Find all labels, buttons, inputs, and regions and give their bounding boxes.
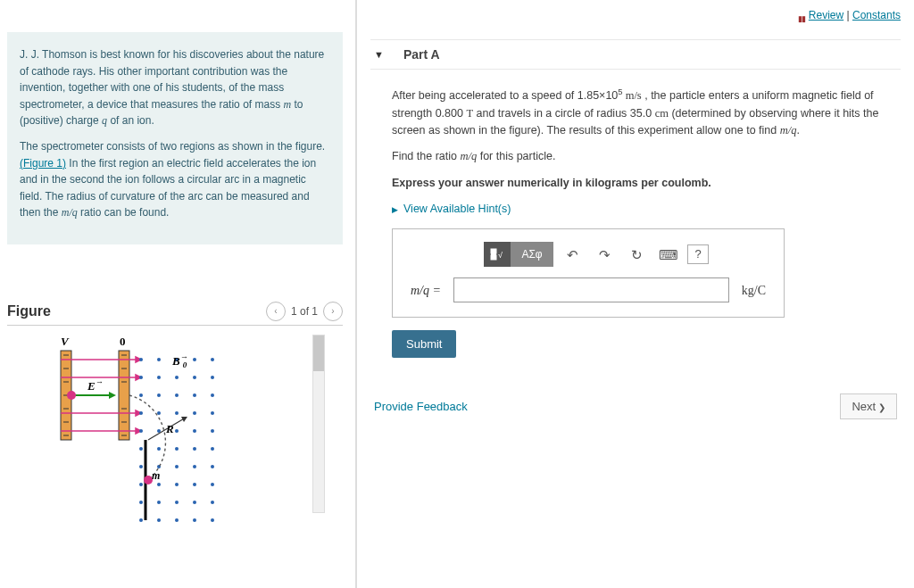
svg-point-53 [175, 447, 179, 451]
answer-instruction: Express your answer numerically in kilog… [392, 175, 879, 192]
hints-toggle[interactable]: View Available Hint(s) [392, 203, 511, 215]
problem-text: . [796, 124, 799, 137]
answer-input[interactable] [453, 277, 729, 302]
svg-point-61 [139, 483, 143, 486]
svg-point-67 [157, 501, 161, 504]
svg-point-46 [139, 429, 143, 433]
right-panel: Review | Constants ▼ Part A After being … [357, 0, 914, 588]
templates-button[interactable]: √ [484, 242, 511, 267]
svg-point-59 [193, 465, 196, 468]
answer-box: √ ΑΣφ ↶ ↷ ↻ ⌨ ? m/q = kg/C [392, 228, 785, 318]
link-separator: | [843, 9, 852, 21]
review-link[interactable]: Review [809, 9, 843, 21]
svg-point-66 [139, 501, 143, 504]
answer-line: m/q = kg/C [405, 277, 771, 302]
svg-point-50 [211, 429, 214, 433]
svg-point-58 [175, 465, 179, 468]
unit-cm: cm [655, 107, 669, 120]
svg-marker-24 [109, 392, 116, 399]
pager-next-button[interactable]: › [323, 302, 343, 321]
greek-button[interactable]: ΑΣφ [511, 242, 553, 267]
provide-feedback-link[interactable]: Provide Feedback [374, 400, 468, 413]
svg-point-31 [139, 376, 143, 379]
problem-text: Find the ratio [392, 150, 460, 162]
fraction-icon: √ [490, 248, 504, 261]
svg-point-33 [175, 376, 179, 379]
svg-point-44 [193, 411, 196, 415]
svg-point-73 [175, 518, 179, 522]
svg-point-70 [211, 501, 214, 504]
part-header[interactable]: ▼ Part A [370, 39, 901, 70]
answer-toolbar: √ ΑΣφ ↶ ↷ ↻ ⌨ ? [484, 242, 771, 267]
svg-point-52 [157, 447, 161, 451]
svg-point-69 [193, 501, 196, 504]
svg-point-72 [157, 518, 161, 522]
mq-ratio: m/q [460, 150, 477, 162]
svg-rect-80 [491, 249, 496, 260]
problem-text: After being accelerated to a speed of 1.… [392, 89, 618, 102]
spectrometer-diagram: V 0 E→ B→0 R m [34, 333, 266, 529]
label-m: m [152, 469, 160, 482]
label-zero: 0 [120, 335, 126, 348]
svg-point-35 [211, 376, 214, 379]
answer-unit: kg/C [736, 281, 771, 301]
part-label: Part A [403, 47, 440, 62]
constants-link[interactable]: Constants [852, 9, 901, 21]
reset-button[interactable]: ↻ [623, 242, 650, 267]
var-m: m [283, 98, 291, 111]
problem-text: for this particle. [477, 150, 555, 162]
submit-button[interactable]: Submit [392, 330, 456, 358]
svg-point-60 [211, 465, 214, 468]
svg-point-75 [211, 518, 214, 522]
svg-point-65 [211, 483, 214, 486]
pager-prev-button[interactable]: ‹ [266, 302, 286, 321]
svg-point-26 [139, 358, 143, 361]
svg-point-51 [139, 447, 143, 451]
label-e: E→ [87, 377, 104, 393]
mq-ratio: m/q [780, 124, 797, 137]
svg-point-56 [139, 465, 143, 468]
svg-point-64 [193, 483, 196, 486]
label-r: R [165, 422, 174, 435]
figure-scrollbar[interactable] [312, 335, 325, 513]
mq-ratio: m/q [62, 206, 78, 219]
figure-pager: ‹ 1 of 1 › [266, 302, 343, 321]
svg-point-42 [157, 411, 161, 415]
svg-point-32 [157, 376, 161, 379]
top-links: Review | Constants [370, 9, 901, 21]
problem-description: J. J. Thomson is best known for his disc… [7, 32, 343, 244]
svg-point-34 [193, 376, 196, 379]
svg-point-40 [211, 393, 214, 397]
label-v: V [61, 335, 70, 348]
redo-button[interactable]: ↷ [591, 242, 618, 267]
keyboard-button[interactable]: ⌨ [655, 242, 682, 267]
svg-point-27 [157, 358, 161, 361]
next-button[interactable]: Next [840, 393, 897, 419]
svg-point-63 [175, 483, 179, 486]
desc-text: J. J. Thomson is best known for his disc… [20, 48, 324, 111]
desc-text: of an ion. [107, 114, 154, 127]
problem-body: After being accelerated to a speed of 1.… [370, 86, 901, 318]
svg-rect-1 [119, 351, 129, 440]
collapse-caret-icon: ▼ [374, 49, 384, 60]
svg-point-55 [211, 447, 214, 451]
svg-point-62 [157, 483, 161, 486]
svg-point-36 [139, 393, 143, 397]
label-b0: B→0 [171, 352, 188, 369]
help-button[interactable]: ? [687, 244, 709, 264]
svg-point-25 [67, 391, 76, 400]
undo-button[interactable]: ↶ [559, 242, 586, 267]
svg-point-74 [193, 518, 196, 522]
figure-link[interactable]: (Figure 1) [20, 157, 66, 170]
svg-point-45 [211, 411, 214, 415]
svg-point-29 [193, 358, 196, 361]
figure-area: V 0 E→ B→0 R m [7, 326, 343, 540]
svg-point-71 [139, 518, 143, 522]
svg-point-39 [193, 393, 196, 397]
svg-point-54 [193, 447, 196, 451]
footer-row: Provide Feedback Next [370, 393, 901, 419]
review-icon [793, 12, 805, 21]
unit-ms: m/s [623, 89, 642, 102]
pager-text: 1 of 1 [291, 305, 318, 318]
svg-point-48 [175, 429, 179, 433]
